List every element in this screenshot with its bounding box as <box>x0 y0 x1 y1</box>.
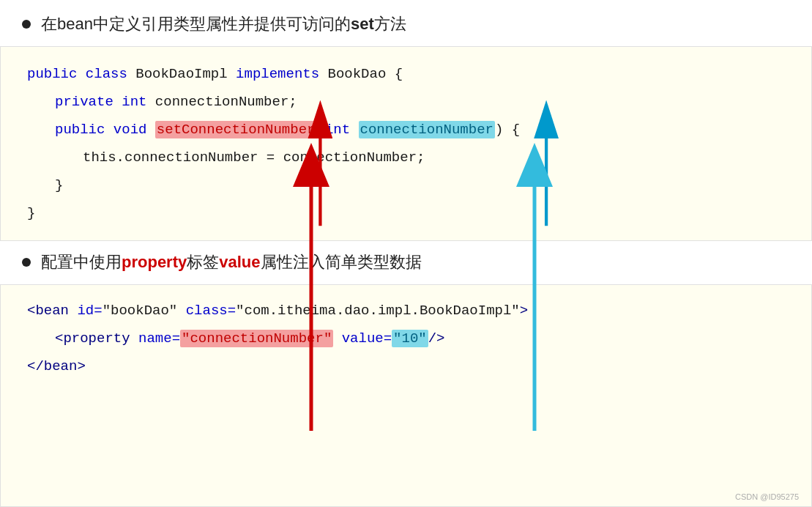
xml-bean-open: <bean <box>27 303 69 319</box>
watermark: CSDN @ID95275 <box>735 492 799 501</box>
xml-val-id: "bookDao" <box>103 303 178 319</box>
paren-open: ( <box>316 122 324 138</box>
kw-private: private <box>55 94 113 110</box>
xml-attr-value: value= <box>342 330 392 347</box>
xml-attr-id: id= <box>77 303 102 319</box>
xml-property-tag: <property <box>55 330 130 347</box>
xml-attr-name: name= <box>138 330 180 347</box>
bullet2-text-after: 属性注入简单类型数据 <box>261 253 422 271</box>
code-block-1-wrapper: public class BookDaoImpl implements Book… <box>0 46 812 241</box>
bullet1-text-after: 方法 <box>374 15 406 33</box>
bullet-dot-1 <box>22 20 31 29</box>
bullet-dot-2 <box>22 258 31 267</box>
xml-name-value-highlight: "connectionNumber" <box>180 330 333 347</box>
kw-implements: implements <box>236 66 319 82</box>
interface-name: BookDao { <box>328 66 403 82</box>
bullet1-text-before: 在bean中定义引用类型属性并提供可访问的 <box>41 15 351 33</box>
kw-class: class <box>86 66 127 82</box>
bullet1-bold: set <box>351 15 374 33</box>
code-line-5: } <box>27 171 785 199</box>
xml-code-block: <bean id="bookDao" class="com.itheima.da… <box>0 284 812 507</box>
bullet-section-1: 在bean中定义引用类型属性并提供可访问的set方法 <box>0 0 812 46</box>
kw-int-2: int <box>325 122 350 138</box>
xml-bean-closing-tag: </bean> <box>27 358 86 374</box>
bullet-text-1: 在bean中定义引用类型属性并提供可访问的set方法 <box>41 13 406 36</box>
code-line-6: } <box>27 199 785 227</box>
code-block-1: public class BookDaoImpl implements Book… <box>0 46 812 241</box>
xml-line-3: </bean> <box>27 352 785 380</box>
xml-property-close: /> <box>428 330 445 347</box>
xml-val-class: "com.itheima.dao.impl.BookDaoImpl" <box>236 303 520 319</box>
bullet2-text-mid: 标签 <box>187 253 219 271</box>
xml-value-highlight: "10" <box>392 330 428 347</box>
bullet2-bold2: value <box>219 253 260 271</box>
bullet2-text-before: 配置中使用 <box>41 253 122 271</box>
bullet-text-2: 配置中使用property标签value属性注入简单类型数据 <box>41 251 422 274</box>
main-container: 在bean中定义引用类型属性并提供可访问的set方法 public class … <box>0 0 812 507</box>
kw-public-2: public <box>55 122 105 138</box>
code-line-1: public class BookDaoImpl implements Book… <box>27 60 785 88</box>
kw-void: void <box>113 122 147 138</box>
method-name-highlight: setConnectionNumber <box>155 121 317 138</box>
code-line-3: public void setConnectionNumber(int conn… <box>27 116 785 144</box>
class-name: BookDaoImpl <box>135 66 227 82</box>
bullet-section-2: 配置中使用property标签value属性注入简单类型数据 <box>0 241 812 284</box>
xml-bean-close-bracket: > <box>520 303 528 319</box>
bullet2-bold1: property <box>122 253 187 271</box>
xml-line-2: <property name="connectionNumber" value=… <box>27 325 785 352</box>
code-line-4: this.connectionNumber = connectionNumber… <box>27 144 785 171</box>
xml-attr-class: class= <box>186 303 236 319</box>
kw-public-1: public <box>27 66 77 82</box>
code-line-2: private int connectionNumber; <box>27 88 785 116</box>
kw-int-1: int <box>122 94 146 110</box>
xml-line-1: <bean id="bookDao" class="com.itheima.da… <box>27 297 785 325</box>
field-name: connectionNumber; <box>155 94 297 110</box>
paren-close: ) { <box>495 122 520 138</box>
param-highlight: connectionNumber <box>359 121 495 138</box>
